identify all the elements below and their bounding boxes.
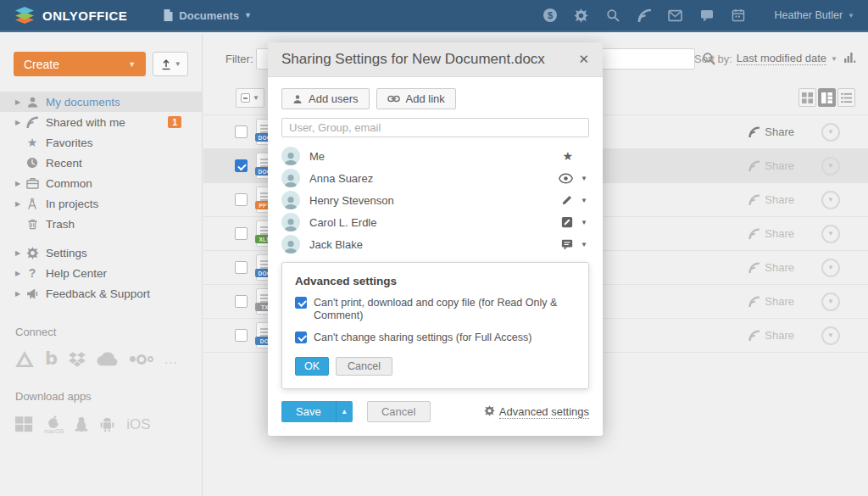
save-button[interactable]: Save: [281, 401, 336, 422]
row-actions: Share ▼: [748, 191, 840, 209]
connect-services: b ...: [15, 350, 202, 368]
sidebar-item-settings[interactable]: ▶ Settings: [0, 242, 202, 263]
user-group-email-input[interactable]: [281, 118, 589, 137]
sort-order-icon[interactable]: [844, 51, 856, 66]
chevron-up-icon[interactable]: ▲: [336, 401, 353, 422]
sidebar-item-favorites[interactable]: ★ Favorites: [0, 132, 202, 153]
row-checkbox[interactable]: [235, 193, 248, 206]
windows-icon[interactable]: [15, 416, 33, 432]
macos-icon[interactable]: macOS: [44, 415, 64, 434]
view-grid-button[interactable]: [798, 88, 816, 107]
share-button[interactable]: Share: [748, 329, 794, 342]
share-button[interactable]: Share: [748, 295, 794, 308]
onlyoffice-logo[interactable]: ONLYOFFICE: [14, 6, 127, 25]
row-menu-button[interactable]: ▼: [821, 259, 840, 277]
expand-arrow-icon[interactable]: ▶: [15, 180, 24, 187]
row-menu-button[interactable]: ▼: [821, 293, 840, 311]
owncloud-icon[interactable]: [130, 354, 153, 365]
access-control[interactable]: ▼: [561, 238, 589, 250]
access-control[interactable]: ▼: [561, 194, 589, 206]
sidebar-item-shared-with-me[interactable]: ▶ Shared with me 1: [0, 112, 202, 132]
row-menu-button[interactable]: ▼: [821, 123, 840, 142]
view-datagrid-button[interactable]: [818, 88, 836, 107]
share-button[interactable]: Share: [748, 261, 794, 274]
chat-icon[interactable]: [699, 8, 714, 23]
onedrive-icon[interactable]: [97, 352, 119, 366]
row-checkbox[interactable]: [235, 159, 248, 172]
select-all-checkbox[interactable]: [241, 93, 250, 103]
box-icon[interactable]: b: [45, 350, 58, 368]
cant-change-sharing-checkbox[interactable]: [295, 332, 307, 343]
close-icon[interactable]: ✕: [578, 52, 589, 67]
expand-arrow-icon[interactable]: ▶: [15, 200, 24, 208]
row-checkbox[interactable]: [235, 227, 248, 240]
row-menu-button[interactable]: ▼: [821, 191, 840, 209]
linux-icon[interactable]: [75, 416, 88, 432]
access-control: ★: [562, 149, 589, 163]
chevron-down-icon[interactable]: ▼: [581, 219, 589, 226]
expand-arrow-icon[interactable]: ▶: [15, 290, 24, 298]
ios-label[interactable]: iOS: [126, 416, 150, 433]
dropbox-icon[interactable]: [69, 352, 86, 367]
share-button[interactable]: Share: [748, 227, 794, 240]
row-checkbox[interactable]: [235, 125, 248, 138]
upload-button[interactable]: ▼: [153, 52, 188, 76]
cant-print-checkbox[interactable]: [295, 297, 307, 309]
expand-arrow-icon[interactable]: ▶: [15, 119, 24, 126]
sidebar-item-label: Favorites: [46, 137, 93, 149]
feed-icon[interactable]: [637, 8, 651, 23]
save-split-button[interactable]: Save ▲: [281, 401, 353, 422]
add-users-button[interactable]: Add users: [281, 88, 370, 109]
sort-value-link[interactable]: Last modified date: [737, 52, 826, 65]
gear-icon: [25, 246, 39, 259]
sidebar-item-common[interactable]: ▶ Common: [0, 173, 202, 193]
sidebar-item-in-projects[interactable]: ▶ In projects: [0, 193, 202, 214]
chevron-down-icon: ▼: [175, 60, 181, 68]
user-menu[interactable]: Heather Butler ▼: [774, 9, 854, 21]
row-menu-button[interactable]: ▼: [821, 157, 840, 176]
calendar-icon[interactable]: [731, 8, 745, 23]
more-services[interactable]: ...: [164, 352, 178, 366]
chevron-down-icon[interactable]: ▼: [831, 55, 837, 63]
expand-arrow-icon[interactable]: ▶: [15, 98, 24, 106]
row-checkbox[interactable]: [235, 329, 248, 342]
add-link-button[interactable]: Add link: [376, 88, 456, 109]
payments-icon[interactable]: $: [542, 8, 557, 23]
row-menu-button[interactable]: ▼: [821, 225, 840, 243]
view-list-button[interactable]: [837, 88, 855, 107]
user-name: Henry Stevenson: [309, 194, 394, 207]
chevron-down-icon[interactable]: ▼: [581, 241, 589, 248]
filter-label: Filter:: [225, 53, 253, 65]
sidebar-item-help-center[interactable]: ▶ ? Help Center: [0, 263, 202, 283]
access-control[interactable]: ▼: [561, 216, 589, 228]
chevron-down-icon[interactable]: ▼: [581, 175, 589, 182]
sidebar-item-recent[interactable]: Recent: [0, 153, 202, 173]
ok-button[interactable]: OK: [295, 357, 329, 376]
row-checkbox[interactable]: [235, 295, 248, 308]
advanced-settings-link[interactable]: Advanced settings: [484, 405, 589, 419]
chevron-down-icon[interactable]: ▼: [581, 197, 589, 204]
expand-arrow-icon[interactable]: ▶: [15, 270, 24, 277]
panel-cancel-button[interactable]: Cancel: [336, 357, 392, 376]
android-icon[interactable]: [99, 416, 115, 432]
sidebar-item-feedback-support[interactable]: ▶ Feedback & Support: [0, 283, 202, 304]
google-drive-icon[interactable]: [15, 351, 34, 367]
cancel-button[interactable]: Cancel: [367, 401, 431, 422]
share-button[interactable]: Share: [748, 193, 794, 206]
search-icon[interactable]: [605, 8, 620, 23]
module-switcher[interactable]: Documents ▼: [163, 9, 252, 22]
share-button[interactable]: Share: [748, 159, 794, 172]
access-control[interactable]: ▼: [559, 173, 589, 184]
sidebar-item-trash[interactable]: Trash: [0, 214, 202, 234]
row-checkbox[interactable]: [235, 261, 248, 274]
expand-arrow-icon[interactable]: ▶: [15, 249, 24, 257]
share-icon: [748, 296, 760, 307]
create-button[interactable]: Create ▼: [14, 52, 146, 76]
select-all-dropdown[interactable]: ▼: [236, 88, 264, 108]
avatar: [281, 147, 300, 165]
row-menu-button[interactable]: ▼: [821, 326, 840, 345]
mail-icon[interactable]: [668, 8, 682, 23]
sidebar-item-my-documents[interactable]: ▶ My documents: [0, 92, 202, 112]
gear-icon[interactable]: [574, 8, 588, 23]
share-button[interactable]: Share: [748, 125, 794, 138]
